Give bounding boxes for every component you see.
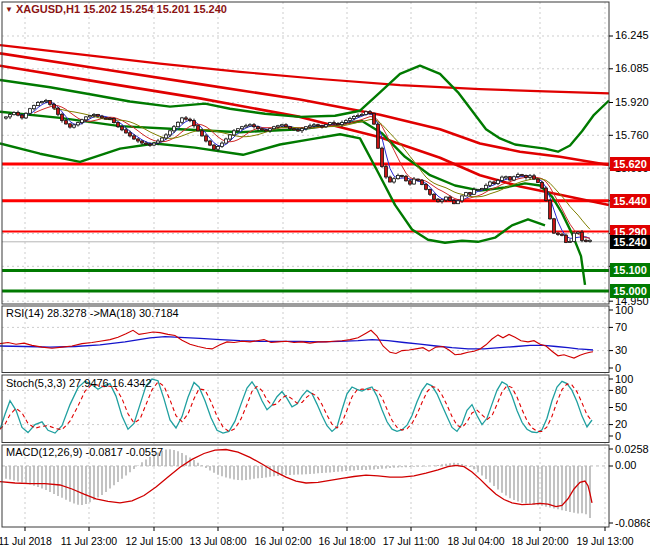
price-badge: 15.000 — [610, 284, 650, 298]
price-badge: 15.440 — [610, 194, 650, 208]
symbol-title-text: XAGUSD,H1 15.202 15.254 15.201 15.240 — [16, 3, 227, 15]
rsi-tick-label: 100 — [615, 304, 650, 317]
stoch-tick-label: 50 — [615, 401, 650, 414]
stoch-tick-label: 0 — [615, 430, 650, 443]
collapse-arrow-icon[interactable]: ▼ — [5, 5, 13, 14]
time-axis-label: 18 Jul 04:00 — [439, 535, 513, 547]
rsi-indicator-label: RSI(14) 28.3278 ->MA(18) 30.7184 — [6, 307, 179, 319]
pane-border — [2, 2, 609, 304]
macd-tick-label: 0.00 — [615, 459, 650, 472]
macd-histogram — [6, 449, 590, 518]
time-axis-label: 16 Jul 02:00 — [246, 535, 320, 547]
symbol-title: ▼XAGUSD,H1 15.202 15.254 15.201 15.240 — [5, 3, 227, 15]
price-badge: 15.620 — [610, 157, 650, 171]
stoch-tick-label: 80 — [615, 384, 650, 397]
price-badge: 15.240 — [610, 235, 650, 249]
time-axis-label: 11 Jul 23:00 — [52, 535, 126, 547]
rsi-tick-label: 30 — [615, 344, 650, 357]
time-axis-label: 19 Jul 13:00 — [568, 535, 642, 547]
band-green-lower — [0, 134, 545, 243]
rsi-tick-label: 70 — [615, 321, 650, 334]
macd-tick-label: 0.0258 — [615, 443, 650, 456]
time-axis-label: 16 Jul 18:00 — [310, 535, 384, 547]
time-axis-label: 17 Jul 11:00 — [374, 535, 448, 547]
stoch-indicator-label: Stoch(5,3,3) 27.9476 16.4342 — [6, 377, 152, 389]
price-badge: 15.100 — [610, 263, 650, 277]
time-axis-label: 18 Jul 20:00 — [503, 535, 577, 547]
macd-indicator-label: MACD(12,26,9) -0.0817 -0.0557 — [6, 446, 163, 458]
trend-ma-red-2 — [0, 53, 609, 165]
ma-fast-blue — [18, 102, 590, 238]
chart-canvas[interactable] — [0, 0, 650, 550]
time-axis-label: 13 Jul 08:00 — [181, 535, 255, 547]
price-tick-label: 16.245 — [615, 29, 650, 42]
macd-tick-label: -0.0868 — [615, 517, 650, 530]
time-axis-label: 12 Jul 15:00 — [117, 535, 191, 547]
price-tick-label: 15.760 — [615, 129, 650, 142]
chart-window: ▼XAGUSD,H1 15.202 15.254 15.201 15.240 R… — [0, 0, 650, 550]
price-tick-label: 15.920 — [615, 96, 650, 109]
price-tick-label: 16.085 — [615, 62, 650, 75]
